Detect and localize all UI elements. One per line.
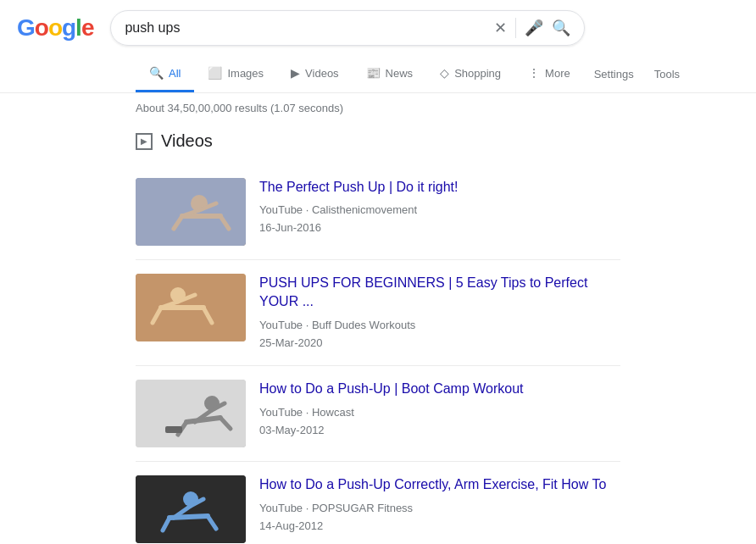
tab-all-label: All: [169, 67, 181, 80]
video-date-2: 25-Mar-2020: [259, 336, 322, 349]
videos-icon: ▶: [291, 66, 300, 80]
search-input[interactable]: push ups: [125, 20, 486, 36]
tab-videos-label: Videos: [305, 67, 339, 80]
video-thumb-4[interactable]: 2:19 PREVIEW ▶: [136, 475, 246, 543]
video-source-1: YouTube · Calisthenicmovement: [259, 203, 417, 216]
video-item-2: 9:49 PREVIEW ▶ PUSH UPS FOR BEGINNERS | …: [136, 260, 620, 366]
thumb-illustration-3: [136, 380, 246, 447]
clear-icon[interactable]: ✕: [494, 19, 507, 37]
video-item-1: 3:38 The Perfect Push Up | Do it right! …: [136, 164, 620, 260]
video-info-4: How to Do a Push-Up Correctly, Arm Exerc…: [259, 475, 620, 535]
thumb-illustration-2: [136, 274, 246, 341]
tab-more[interactable]: ⋮ More: [514, 56, 584, 92]
tab-videos[interactable]: ▶ Videos: [277, 56, 353, 92]
news-icon: 📰: [366, 66, 381, 80]
video-meta-3: YouTube · Howcast 03-May-2012: [259, 404, 620, 440]
video-source-4: YouTube · POPSUGAR Fitness: [259, 502, 413, 514]
section-header: ▶ Videos: [136, 131, 620, 151]
tab-more-label: More: [545, 67, 570, 80]
video-info-3: How to Do a Push-Up | Boot Camp Workout …: [259, 380, 620, 439]
thumb-illustration-1: [136, 178, 246, 246]
video-info-1: The Perfect Push Up | Do it right! YouTu…: [259, 178, 620, 237]
search-tabs: 🔍 All ⬜ Images ▶ Videos 📰 News ◇ Shoppin…: [0, 56, 756, 93]
video-thumb-2[interactable]: 9:49 PREVIEW ▶: [136, 274, 246, 341]
results-info: About 34,50,00,000 results (1.07 seconds…: [0, 93, 756, 123]
video-source-2: YouTube · Buff Dudes Workouts: [259, 319, 415, 331]
svg-rect-14: [136, 380, 246, 447]
search-bar[interactable]: push ups ✕ 🎤 🔍: [110, 10, 585, 46]
video-meta-4: YouTube · POPSUGAR Fitness 14-Aug-2012: [259, 500, 620, 536]
tools-button[interactable]: Tools: [644, 58, 690, 91]
video-info-2: PUSH UPS FOR BEGINNERS | 5 Easy Tips to …: [259, 274, 620, 352]
google-logo: Google: [17, 14, 93, 42]
video-meta-1: YouTube · Calisthenicmovement 16-Jun-201…: [259, 202, 620, 237]
video-title-3[interactable]: How to Do a Push-Up | Boot Camp Workout: [259, 380, 620, 398]
video-item-4: 2:19 PREVIEW ▶ How to Do a Push-Up Corre…: [136, 462, 620, 544]
video-thumb-3[interactable]: 2:32: [136, 380, 246, 447]
settings-tools-area: Settings Tools: [584, 58, 690, 91]
all-icon: 🔍: [149, 66, 164, 80]
video-item-3: 2:32 How to Do a Push-Up | Boot Camp Wor…: [136, 366, 620, 462]
svg-rect-21: [165, 426, 182, 433]
search-divider: [515, 18, 516, 38]
header: Google push ups ✕ 🎤 🔍: [0, 0, 756, 56]
results-count: About 34,50,00,000 results (1.07 seconds…: [136, 102, 343, 114]
video-title-2[interactable]: PUSH UPS FOR BEGINNERS | 5 Easy Tips to …: [259, 274, 620, 312]
search-icon[interactable]: 🔍: [552, 19, 570, 37]
video-date-1: 16-Jun-2016: [259, 221, 321, 234]
video-thumb-1[interactable]: 3:38: [136, 178, 246, 246]
shopping-icon: ◇: [440, 66, 449, 80]
tab-shopping-label: Shopping: [454, 67, 501, 80]
video-date-4: 14-Aug-2012: [259, 519, 323, 532]
thumb-illustration-4: [136, 475, 246, 543]
video-section-icon: ▶: [136, 133, 153, 150]
video-title-4[interactable]: How to Do a Push-Up Correctly, Arm Exerc…: [259, 475, 620, 494]
tab-news-label: News: [386, 67, 414, 80]
tab-shopping[interactable]: ◇ Shopping: [426, 56, 514, 92]
microphone-icon[interactable]: 🎤: [525, 19, 543, 37]
video-source-3: YouTube · Howcast: [259, 406, 354, 419]
video-date-3: 03-May-2012: [259, 424, 325, 436]
settings-button[interactable]: Settings: [584, 58, 644, 91]
tab-images[interactable]: ⬜ Images: [194, 56, 277, 92]
more-icon: ⋮: [528, 66, 540, 80]
section-title: Videos: [161, 131, 213, 151]
images-icon: ⬜: [208, 66, 222, 80]
video-meta-2: YouTube · Buff Dudes Workouts 25-Mar-202…: [259, 317, 620, 352]
tab-news[interactable]: 📰 News: [353, 56, 427, 92]
tab-images-label: Images: [227, 67, 264, 80]
svg-rect-22: [136, 475, 246, 543]
videos-section: ▶ Videos 3:38 The Perfect Push Up | Do i…: [0, 123, 756, 544]
video-title-1[interactable]: The Perfect Push Up | Do it right!: [259, 178, 620, 197]
tab-all[interactable]: 🔍 All: [136, 56, 194, 92]
